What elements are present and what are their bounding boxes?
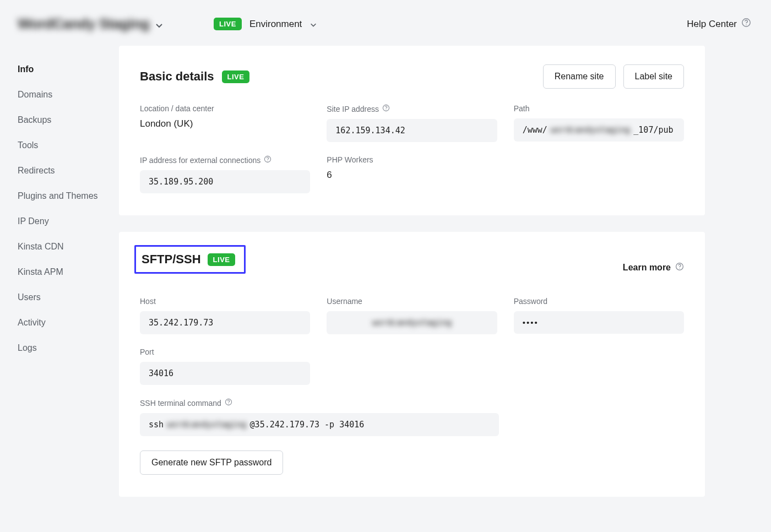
- help-icon: [675, 262, 684, 273]
- main-content: Basic details LIVE Rename site Label sit…: [119, 46, 725, 532]
- site-switcher[interactable]: WordCandy Staging: [18, 15, 194, 32]
- sidebar-item-kinsta-apm[interactable]: Kinsta APM: [18, 259, 119, 285]
- field-php-workers: PHP Workers 6: [327, 155, 497, 193]
- sidebar-item-activity[interactable]: Activity: [18, 310, 119, 335]
- svg-point-3: [386, 110, 386, 110]
- rename-site-button[interactable]: Rename site: [543, 64, 616, 89]
- label-site-button[interactable]: Label site: [623, 64, 685, 89]
- help-center-label: Help Center: [687, 19, 737, 30]
- environment-label: Environment: [249, 19, 302, 30]
- top-bar: WordCandy Staging LIVE Environment Help …: [0, 0, 771, 32]
- basic-details-title: Basic details: [140, 69, 214, 84]
- port-label: Port: [140, 348, 310, 356]
- help-icon[interactable]: [382, 104, 390, 113]
- field-site-ip: Site IP address 162.159.134.42: [327, 104, 497, 142]
- ssh-command-value[interactable]: ssh wordcandystaging@35.242.179.73 -p 34…: [140, 413, 499, 436]
- path-value[interactable]: /www/wordcandystaging_107/pub: [514, 118, 684, 142]
- help-center-link[interactable]: Help Center: [687, 18, 751, 30]
- sidebar-item-users[interactable]: Users: [18, 285, 119, 310]
- sidebar-item-redirects[interactable]: Redirects: [18, 158, 119, 183]
- svg-point-9: [228, 404, 229, 404]
- location-value: London (UK): [140, 118, 310, 129]
- field-location: Location / data center London (UK): [140, 104, 310, 142]
- sidebar-item-backups[interactable]: Backups: [18, 107, 119, 133]
- svg-point-7: [679, 268, 680, 269]
- path-label: Path: [514, 104, 684, 113]
- sidebar-item-kinsta-cdn[interactable]: Kinsta CDN: [18, 234, 119, 259]
- ssh-command-label: SSH terminal command: [140, 399, 221, 408]
- field-host: Host 35.242.179.73: [140, 297, 310, 334]
- help-icon[interactable]: [264, 155, 272, 165]
- sftp-ssh-panel: SFTP/SSH LIVE Learn more Host 35.242.179…: [119, 232, 705, 497]
- field-port: Port 34016: [140, 348, 310, 385]
- svg-point-5: [268, 161, 268, 161]
- sidebar-item-logs[interactable]: Logs: [18, 335, 119, 361]
- sidebar-item-ip-deny[interactable]: IP Deny: [18, 209, 119, 234]
- field-ssh-command: SSH terminal command ssh wordcandystagin…: [140, 398, 499, 436]
- generate-sftp-password-button[interactable]: Generate new SFTP password: [140, 450, 283, 475]
- sidebar-item-tools[interactable]: Tools: [18, 133, 119, 158]
- field-password: Password ••••: [514, 297, 684, 334]
- username-label: Username: [327, 297, 497, 306]
- password-value[interactable]: ••••: [514, 311, 684, 334]
- site-ip-value[interactable]: 162.159.134.42: [327, 119, 497, 142]
- field-external-ip: IP address for external connections 35.1…: [140, 155, 310, 193]
- basic-details-panel: Basic details LIVE Rename site Label sit…: [119, 46, 705, 215]
- location-label: Location / data center: [140, 104, 310, 113]
- field-username: Username wordcandystaging: [327, 297, 497, 334]
- port-value[interactable]: 34016: [140, 362, 310, 385]
- chevron-down-icon: [310, 21, 316, 28]
- live-badge: LIVE: [222, 70, 250, 83]
- php-workers-value: 6: [327, 170, 497, 181]
- host-label: Host: [140, 297, 310, 306]
- external-ip-label: IP address for external connections: [140, 156, 260, 165]
- sidebar-item-info[interactable]: Info: [18, 57, 119, 82]
- site-ip-label: Site IP address: [327, 105, 379, 113]
- help-icon[interactable]: [225, 398, 232, 408]
- sftp-title: SFTP/SSH: [142, 252, 201, 267]
- sidebar-item-domains[interactable]: Domains: [18, 82, 119, 107]
- svg-point-1: [746, 24, 746, 25]
- sidebar-item-plugins-themes[interactable]: Plugins and Themes: [18, 183, 119, 209]
- php-workers-label: PHP Workers: [327, 155, 497, 164]
- sidebar-nav: Info Domains Backups Tools Redirects Plu…: [0, 46, 119, 372]
- live-badge: LIVE: [214, 18, 242, 30]
- environment-switcher[interactable]: LIVE Environment: [214, 18, 316, 30]
- help-icon: [741, 18, 751, 30]
- username-value[interactable]: wordcandystaging: [327, 311, 497, 334]
- field-path: Path /www/wordcandystaging_107/pub: [514, 104, 684, 142]
- external-ip-value[interactable]: 35.189.95.200: [140, 170, 310, 193]
- sftp-title-highlight: SFTP/SSH LIVE: [134, 245, 246, 274]
- host-value[interactable]: 35.242.179.73: [140, 311, 310, 334]
- live-badge: LIVE: [208, 253, 236, 266]
- chevron-down-icon: [155, 21, 161, 28]
- site-title: WordCandy Staging: [18, 15, 149, 32]
- password-label: Password: [514, 297, 684, 306]
- learn-more-link[interactable]: Learn more: [623, 262, 684, 273]
